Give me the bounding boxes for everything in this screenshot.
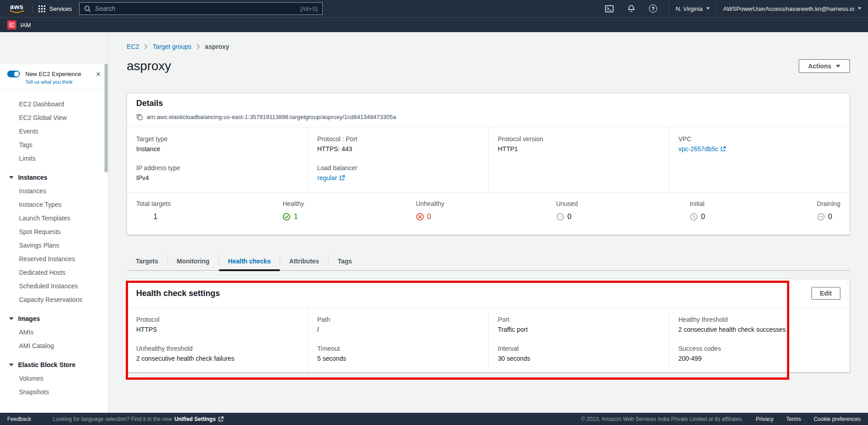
field-value: 5 seconds <box>317 355 479 362</box>
field-label: Protocol <box>136 316 299 323</box>
unified-settings-link[interactable]: Unified Settings <box>174 416 215 422</box>
sidebar-item-spot-requests[interactable]: Spot Requests <box>0 225 108 239</box>
sidebar-section-elastic-block-store[interactable]: Elastic Block Store <box>0 358 108 372</box>
target-stats-row: Total targets1Healthy1Unhealthy0Unused0I… <box>127 192 849 234</box>
tab-tags[interactable]: Tags <box>329 251 361 270</box>
help-icon[interactable]: ? <box>649 5 657 13</box>
experience-feedback-link[interactable]: Tell us what you think <box>25 79 101 85</box>
feedback-link[interactable]: Feedback <box>7 416 31 422</box>
field-column: Protocol : PortHTTPS: 443Load balancerre… <box>308 127 488 192</box>
field-label: Protocol version <box>498 135 660 143</box>
notifications-bell-icon[interactable] <box>627 5 635 13</box>
copyright-text: © 2023, Amazon Web Services India Privat… <box>581 416 743 422</box>
language-selection-hint: Looking for language selection? Find it … <box>53 416 224 422</box>
sidebar-item-ec2-dashboard[interactable]: EC2 Dashboard <box>0 97 108 111</box>
sidebar-item-savings-plans[interactable]: Savings Plans <box>0 239 108 252</box>
experience-toggle[interactable] <box>7 71 20 77</box>
divider <box>716 4 717 14</box>
sidebar-item-capacity-reservations[interactable]: Capacity Reservations <box>0 293 108 306</box>
link-vpc-2657db5c[interactable]: vpc-2657db5c <box>678 145 718 153</box>
search-placeholder: Search <box>95 5 296 12</box>
breadcrumb-ec2[interactable]: EC2 <box>127 43 139 50</box>
favorite-iam[interactable]: IAM <box>7 20 31 29</box>
external-link-icon <box>720 146 726 152</box>
tab-attributes[interactable]: Attributes <box>280 251 328 270</box>
details-grid: Target typeInstanceIP address typeIPv4Pr… <box>127 127 849 192</box>
field-port: PortTraffic port <box>498 316 660 333</box>
ellipsis-circle-icon <box>556 213 564 221</box>
tab-bar: TargetsMonitoringHealth checksAttributes… <box>127 251 850 271</box>
field-value: 2 consecutive health check failures <box>136 355 299 362</box>
services-label: Services <box>49 5 72 12</box>
sidebar-top-spacer <box>0 32 108 64</box>
sidebar-item-limits[interactable]: Limits <box>0 152 108 165</box>
search-shortcut-hint: [Alt+S] <box>300 5 318 12</box>
copy-arn-icon[interactable] <box>136 114 143 120</box>
field-label: Timeout <box>317 345 479 352</box>
sidebar-scrollbar[interactable] <box>105 64 108 172</box>
footer-link-terms[interactable]: Terms <box>786 416 801 422</box>
link-regular[interactable]: regular <box>317 174 337 181</box>
chevron-right-icon <box>196 44 200 49</box>
details-card: Details arn:aws:elasticloadbalancing:us-… <box>127 93 850 235</box>
field-value: 2 consecutive health check successes <box>678 326 840 333</box>
region-selector[interactable]: N. Virginia <box>676 5 710 12</box>
chevron-down-icon <box>9 363 14 367</box>
actions-button[interactable]: Actions <box>799 59 850 73</box>
sidebar-item-reserved-instances[interactable]: Reserved Instances <box>0 252 108 266</box>
details-title: Details <box>136 99 840 108</box>
stat-number: 0 <box>427 213 431 221</box>
sidebar-item-ec2-global-view[interactable]: EC2 Global View <box>0 111 108 124</box>
page-title: asproxy <box>127 58 171 74</box>
sidebar-item-scheduled-instances[interactable]: Scheduled Instances <box>0 279 108 293</box>
field-path: Path/ <box>317 316 479 333</box>
footer-link-privacy[interactable]: Privacy <box>756 416 773 422</box>
stat-value: 0 <box>690 213 705 221</box>
field-load-balancer: Load balancerregular <box>317 164 479 181</box>
tab-monitoring[interactable]: Monitoring <box>168 251 219 270</box>
sidebar-item-dedicated-hosts[interactable]: Dedicated Hosts <box>0 266 108 279</box>
sidebar-item-instances[interactable]: Instances <box>0 184 108 198</box>
breadcrumb-target-groups[interactable]: Target groups <box>153 43 191 50</box>
sidebar-item-instance-types[interactable]: Instance Types <box>0 198 108 211</box>
sidebar-section-images[interactable]: Images <box>0 312 108 325</box>
breadcrumb-asproxy: asproxy <box>205 43 229 50</box>
field-value: / <box>317 326 479 333</box>
field-column: Healthy threshold2 consecutive health ch… <box>669 308 849 372</box>
search-input[interactable]: Search [Alt+S] <box>79 2 323 15</box>
tab-targets[interactable]: Targets <box>127 251 167 270</box>
check-circle-icon <box>282 213 291 221</box>
favorites-bar: IAM <box>0 17 868 32</box>
sidebar-item-events[interactable]: Events <box>0 124 108 138</box>
sidebar-item-tags[interactable]: Tags <box>0 138 108 152</box>
sidebar-section-label: Elastic Block Store <box>18 361 76 368</box>
field-protocol-version: Protocol versionHTTP1 <box>498 135 660 153</box>
sidebar-item-volumes[interactable]: Volumes <box>0 372 108 385</box>
sidebar-item-amis[interactable]: AMIs <box>0 325 108 339</box>
footer-link-cookie-preferences[interactable]: Cookie preferences <box>814 416 861 422</box>
stat-value: 0 <box>416 213 444 221</box>
stat-value: 0 <box>556 213 578 221</box>
stat-healthy: Healthy1 <box>282 200 304 221</box>
account-menu[interactable]: AWSPowerUserAccess/navaneeth.kn@harness.… <box>723 5 862 12</box>
aws-logo[interactable]: aws <box>6 4 27 14</box>
top-navigation-bar: aws Services Search [Alt+S] ? N. Virgini… <box>0 0 868 17</box>
edit-button[interactable]: Edit <box>811 287 840 300</box>
tab-health-checks[interactable]: Health checks <box>219 251 280 270</box>
sidebar-item-ami-catalog[interactable]: AMI Catalog <box>0 339 108 353</box>
region-label: N. Virginia <box>676 5 703 12</box>
account-label: AWSPowerUserAccess/navaneeth.kn@harness.… <box>723 5 854 12</box>
edit-label: Edit <box>820 290 832 297</box>
sidebar-item-snapshots[interactable]: Snapshots <box>0 385 108 399</box>
stat-label: Unhealthy <box>416 200 444 207</box>
field-ip-address-type: IP address typeIPv4 <box>136 164 299 181</box>
stat-total-targets: Total targets1 <box>136 200 171 221</box>
stat-draining: Draining0 <box>817 200 840 221</box>
close-icon[interactable]: ✕ <box>95 71 101 77</box>
sidebar-item-launch-templates[interactable]: Launch Templates <box>0 211 108 225</box>
sidebar-section-instances[interactable]: Instances <box>0 171 108 184</box>
services-menu-button[interactable]: Services <box>38 5 72 12</box>
cloudshell-icon[interactable] <box>605 5 614 13</box>
field-timeout: Timeout5 seconds <box>317 345 479 362</box>
field-value: IPv4 <box>136 174 299 181</box>
